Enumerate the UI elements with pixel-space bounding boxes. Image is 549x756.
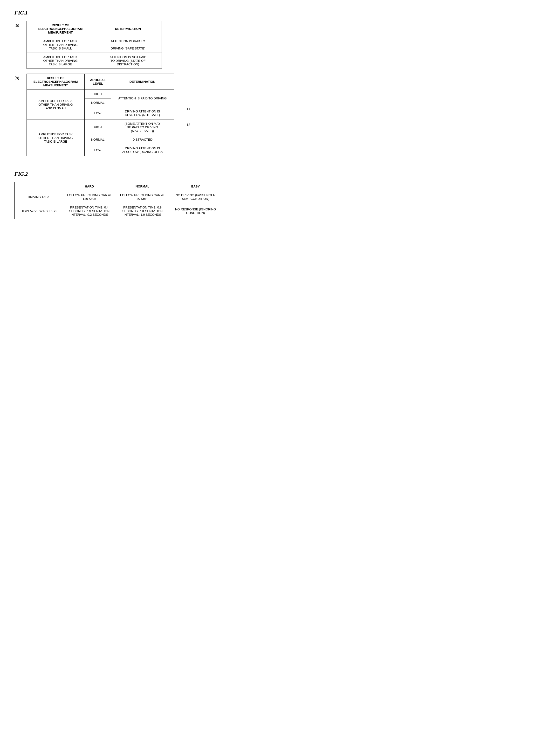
subsection-a: (a) RESULT OFELECTROENCEPHALOGRAMMEASURE…	[14, 21, 535, 69]
fig1-section: FIG.1 (a) RESULT OFELECTROENCEPHALOGRAMM…	[14, 10, 535, 156]
table-cell-attention-driving: ATTENTION IS PAID TO DRIVING	[111, 90, 174, 107]
table-cell-high-1: HIGH	[85, 90, 111, 98]
table-row: HARD NORMAL EASY	[15, 182, 222, 191]
ref-12: 12	[187, 123, 190, 127]
table-cell-distracted: DISTRACTED	[111, 135, 174, 144]
table-row: RESULT OFELECTROENCEPHALOGRAMMEASUREMENT…	[27, 74, 174, 90]
ref-12-line	[176, 125, 186, 125]
table-header-easy: EASY	[169, 182, 222, 191]
table-cell-driving-hard: FOLLOW PRECEDING CAR AT 120 Km/h	[63, 191, 116, 203]
table-header-empty	[15, 182, 63, 191]
table-cell-driving-low-1: DRIVING ATTENTION ISALSO LOW (NOT SAFE)	[111, 107, 174, 119]
table-cell-maybe-safe: (SOME ATTENTION MAYBE PAID TO DRIVING(MA…	[111, 119, 174, 135]
table-cell-small-amplitude: AMPLITUDE FOR TASKOTHER THAN DRIVINGTASK…	[27, 37, 94, 53]
table-cell-display-task: DISPLAY-VIEWING TASK	[15, 203, 63, 219]
table-row: AMPLITUDE FOR TASKOTHER THAN DRIVINGTASK…	[27, 119, 174, 135]
ref-11-container: 11	[176, 107, 190, 111]
table-row: AMPLITUDE FOR TASKOTHER THAN DRIVINGTASK…	[27, 53, 162, 69]
table-header-eeg: RESULT OFELECTROENCEPHALOGRAMMEASUREMENT	[27, 21, 94, 37]
table-cell-driving-normal: FOLLOW PRECEDING CAR AT 80 Km/h	[116, 191, 169, 203]
table-header-arousal: AROUSALLEVEL	[85, 74, 111, 90]
fig2-label: FIG.2	[14, 171, 535, 177]
table-cell-display-hard: PRESENTATION TIME: 0.4 SECONDS PRESENTAT…	[63, 203, 116, 219]
table-row: DRIVING TASK FOLLOW PRECEDING CAR AT 120…	[15, 191, 222, 203]
subsection-a-label: (a)	[14, 23, 22, 28]
table-cell-display-easy: NO RESPONSE (IGNORING CONDITION)	[169, 203, 222, 219]
ref-12-container: 12	[176, 123, 190, 127]
table-cell-display-normal: PRESENTATION TIME: 0.8 SECONDS PRESENTAT…	[116, 203, 169, 219]
ref-11: 11	[187, 107, 190, 111]
fig1-label: FIG.1	[14, 10, 535, 16]
table-header-eeg-b: RESULT OFELECTROENCEPHALOGRAMMEASUREMENT	[27, 74, 85, 90]
table-a: RESULT OFELECTROENCEPHALOGRAMMEASUREMENT…	[27, 21, 162, 69]
table-cell-small-amplitude-b: AMPLITUDE FOR TASKOTHER THAN DRIVINGTASK…	[27, 90, 85, 119]
table-header-determination: DETERMINATION	[94, 21, 162, 37]
subsection-b-label: (b)	[14, 76, 22, 80]
ref-11-line	[176, 109, 186, 109]
table-row: DISPLAY-VIEWING TASK PRESENTATION TIME: …	[15, 203, 222, 219]
table-cell-low-2: LOW	[85, 144, 111, 156]
table-row: AMPLITUDE FOR TASKOTHER THAN DRIVINGTASK…	[27, 90, 174, 98]
table-cell-driving-task: DRIVING TASK	[15, 191, 63, 203]
table-b: RESULT OFELECTROENCEPHALOGRAMMEASUREMENT…	[27, 74, 174, 156]
reference-numbers: 11 12	[176, 74, 190, 127]
table-header-normal: NORMAL	[116, 182, 169, 191]
table-cell-normal-2: NORMAL	[85, 135, 111, 144]
table-cell-high-2: HIGH	[85, 119, 111, 135]
table-cell-large-amplitude-b: AMPLITUDE FOR TASKOTHER THAN DRIVINGTASK…	[27, 119, 85, 156]
subsection-b: (b) RESULT OFELECTROENCEPHALOGRAMMEASURE…	[14, 74, 535, 156]
table-row: RESULT OFELECTROENCEPHALOGRAMMEASUREMENT…	[27, 21, 162, 37]
table-fig2: HARD NORMAL EASY DRIVING TASK FOLLOW PRE…	[14, 182, 222, 219]
table-cell-low-1: LOW	[85, 107, 111, 119]
table-cell-attention-paid: ATTENTION IS PAID TODRIVING (SAFE STATE)	[94, 37, 162, 53]
table-cell-attention-not-paid: ATTENTION IS NOT PAIDTO DRIVING (STATE O…	[94, 53, 162, 69]
table-header-determination-b: DETERMINATION	[111, 74, 174, 90]
table-cell-large-amplitude: AMPLITUDE FOR TASKOTHER THAN DRIVINGTASK…	[27, 53, 94, 69]
fig2-section: FIG.2 HARD NORMAL EASY DRIVING TASK FOLL…	[14, 171, 535, 219]
table-cell-dozing: DRIVING ATTENTION ISALSO LOW (DOZING OFF…	[111, 144, 174, 156]
table-cell-driving-easy: NO DRIVING (PASSENGER SEAT CONDITION)	[169, 191, 222, 203]
table-row: AMPLITUDE FOR TASKOTHER THAN DRIVINGTASK…	[27, 37, 162, 53]
table-cell-normal-1: NORMAL	[85, 98, 111, 107]
table-header-hard: HARD	[63, 182, 116, 191]
